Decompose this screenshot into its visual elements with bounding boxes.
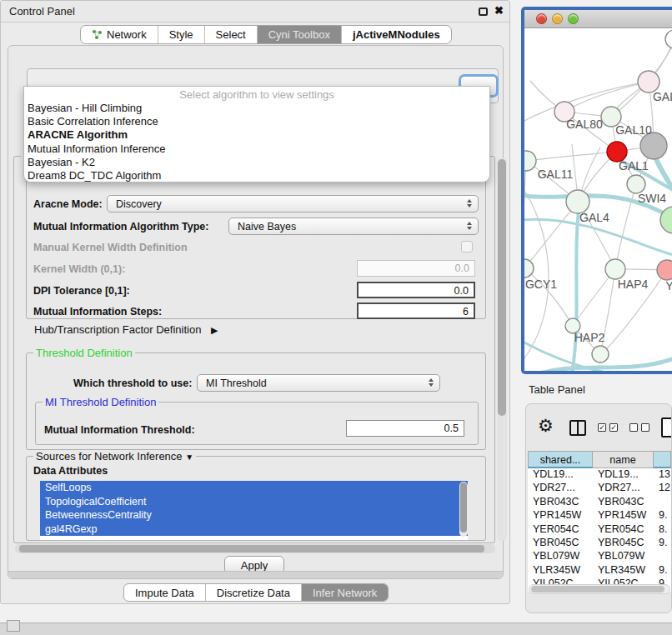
table-row[interactable]: YLR345WYLR345W9. — [528, 564, 671, 578]
scrollbar-thumb[interactable] — [19, 545, 484, 552]
table-row[interactable]: YDL19...YDL19...13 — [528, 468, 671, 482]
minimize-window-icon[interactable] — [552, 13, 563, 24]
tab-discretize-data[interactable]: Discretize Data — [205, 584, 301, 601]
list-vertical-scrollbar[interactable] — [459, 482, 468, 537]
close-panel-icon[interactable]: ✖ — [494, 4, 504, 17]
network-node[interactable] — [665, 30, 672, 48]
network-node-hap4[interactable] — [605, 259, 625, 279]
table-cell[interactable]: 9. — [654, 509, 671, 522]
dropdown-item[interactable]: Bayesian - K2 — [24, 156, 489, 169]
tab-impute-data[interactable]: Impute Data — [124, 584, 205, 601]
table-cell[interactable]: YBR045C — [528, 537, 593, 550]
zoom-window-icon[interactable] — [568, 13, 579, 24]
network-node[interactable] — [592, 346, 609, 362]
network-edge[interactable] — [573, 269, 615, 326]
tab-infer-network[interactable]: Infer Network — [301, 584, 388, 601]
network-edge[interactable] — [524, 82, 649, 122]
select-all-checkbox-icon[interactable]: ✓ — [598, 423, 606, 432]
select-all-checkbox-icon[interactable]: ✓ — [609, 423, 618, 432]
kernel-width-field[interactable]: 0.0 — [357, 260, 475, 277]
table-cell[interactable]: YDL19... — [593, 468, 654, 482]
deselect-all-checkbox-icon[interactable] — [641, 423, 649, 432]
table-cell[interactable]: YBL079W — [593, 550, 654, 563]
dropdown-item[interactable]: Bayesian - Hill Climbing — [24, 102, 489, 115]
table-cell[interactable]: 13 — [654, 468, 671, 482]
mi-steps-field[interactable]: 6 — [357, 302, 475, 319]
table-cell[interactable]: YPR145W — [593, 509, 654, 522]
gear-icon[interactable]: ⚙ — [538, 416, 554, 436]
network-edge[interactable] — [526, 152, 617, 161]
close-window-icon[interactable] — [536, 13, 547, 24]
deselect-all-checkbox-icon[interactable] — [629, 423, 638, 432]
table-cell[interactable] — [654, 496, 671, 509]
scrollbar-thumb[interactable] — [531, 586, 664, 592]
network-canvas[interactable]: GALGAL80GAL10GAL1GAL11SWI4GAL4GCY1HAP4YH… — [524, 28, 672, 371]
dropdown-item[interactable]: Mutual Information Inference — [24, 142, 489, 156]
dropdown-item-selected[interactable]: ARACNE Algorithm — [24, 128, 489, 142]
table-row[interactable]: YER054CYER054C8. — [528, 523, 671, 537]
network-edge[interactable] — [572, 211, 579, 371]
table-row[interactable]: YBL079WYBL079W — [528, 550, 671, 563]
network-node-gal11[interactable] — [524, 151, 536, 171]
column-header-shared-name[interactable]: shared... — [528, 451, 593, 468]
tab-cyni-toolbox[interactable]: Cyni Toolbox — [257, 26, 341, 43]
tab-select[interactable]: Select — [204, 26, 257, 43]
table-row[interactable]: YBR045CYBR045C9. — [528, 537, 671, 550]
settings-horizontal-scrollbar[interactable] — [15, 544, 495, 553]
table-cell[interactable]: YDL19... — [528, 468, 593, 482]
network-edge[interactable] — [524, 161, 526, 259]
tab-network-label: Network — [107, 28, 147, 41]
column-header-clipped[interactable] — [654, 451, 671, 468]
table-cell[interactable]: YDR27... — [593, 482, 654, 495]
data-attributes-list[interactable]: SelfLoops TopologicalCoefficient Between… — [40, 481, 468, 540]
mi-type-combobox[interactable]: Naive Bayes — [228, 218, 479, 235]
network-edge[interactable] — [524, 202, 579, 268]
network-node-y[interactable] — [657, 260, 672, 280]
table-cell[interactable]: 12 — [654, 482, 671, 495]
tab-jactivemnodules[interactable]: jActiveMNodules — [341, 26, 451, 43]
table-row[interactable]: YPR145WYPR145W9. — [528, 509, 671, 522]
tab-network[interactable]: Network — [81, 26, 158, 43]
table-cell[interactable]: YDR27... — [528, 482, 593, 495]
network-node-gal4[interactable] — [566, 190, 589, 213]
table-cell[interactable]: YBR043C — [528, 496, 593, 509]
table-cell[interactable]: YER054C — [528, 523, 593, 537]
manual-kernel-checkbox[interactable] — [461, 241, 473, 252]
hub-definition-expander[interactable]: Hub/Transcription Factor Definition ▶ — [34, 323, 218, 336]
table-row[interactable]: YBR043CYBR043C — [528, 496, 671, 509]
mi-threshold-field[interactable]: 0.5 — [346, 420, 464, 437]
table-cell[interactable]: YBR045C — [593, 537, 654, 550]
list-item[interactable]: gal4RGexp — [40, 522, 468, 537]
dropdown-item[interactable]: Basic Correlation Inference — [24, 115, 489, 128]
sources-group-title[interactable]: Sources for Network Inference ▼ — [33, 450, 196, 462]
table-cell[interactable]: 9. — [654, 537, 671, 550]
table-cell[interactable]: 9. — [654, 564, 671, 578]
dpi-tolerance-field[interactable]: 0.0 — [357, 282, 475, 298]
which-threshold-combobox[interactable]: MI Threshold — [197, 374, 440, 392]
list-item[interactable]: TopologicalCoefficient — [40, 495, 468, 509]
network-node-swi4[interactable] — [627, 175, 645, 193]
list-item[interactable]: BetweennessCentrality — [40, 508, 468, 522]
table-cell[interactable] — [654, 550, 671, 563]
table-cell[interactable]: YLR345W — [593, 564, 654, 578]
float-panel-icon[interactable] — [479, 8, 488, 16]
list-item[interactable]: SelfLoops — [40, 481, 468, 495]
scrollbar-thumb[interactable] — [460, 482, 467, 532]
column-header-name[interactable]: name — [593, 451, 654, 468]
table-cell[interactable]: 8. — [654, 523, 671, 537]
tab-style[interactable]: Style — [158, 26, 204, 43]
aracne-mode-combobox[interactable]: Discovery — [107, 195, 479, 212]
table-cell[interactable]: YER054C — [593, 523, 654, 537]
split-columns-icon[interactable] — [569, 420, 586, 436]
new-column-icon[interactable] — [661, 418, 672, 438]
table-horizontal-scrollbar[interactable] — [529, 584, 670, 594]
scrollbar-thumb[interactable] — [498, 159, 506, 416]
table-cell[interactable]: YPR145W — [528, 509, 593, 522]
table-row[interactable]: YDR27...YDR27...12 — [528, 482, 671, 495]
table-cell[interactable]: YBR043C — [593, 496, 654, 509]
settings-vertical-scrollbar[interactable] — [497, 158, 507, 541]
bottom-left-grip[interactable] — [7, 620, 20, 632]
table-cell[interactable]: YLR345W — [528, 564, 593, 578]
table-cell[interactable]: YBL079W — [528, 550, 593, 563]
dropdown-item[interactable]: Dream8 DC_TDC Algorithm — [24, 169, 489, 182]
